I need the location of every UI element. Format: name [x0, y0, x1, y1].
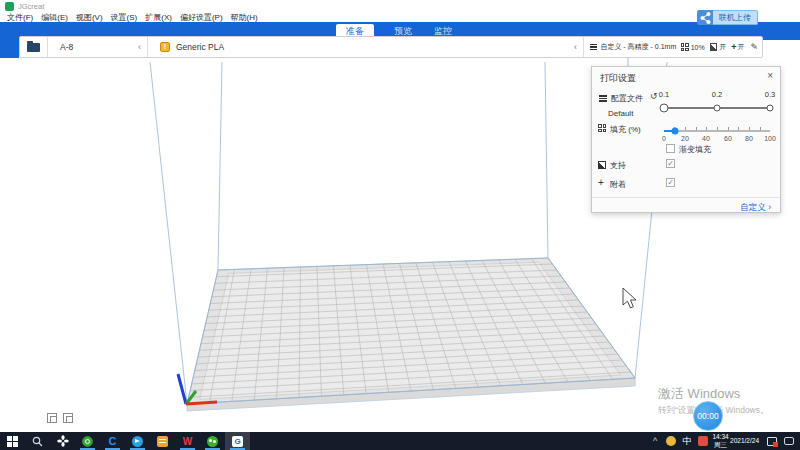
windows-logo-icon: [7, 436, 18, 447]
adhesion-checkbox[interactable]: ✓: [666, 178, 675, 187]
adhesion-label: 附着: [610, 179, 626, 190]
infill-slider-handle[interactable]: [672, 128, 679, 135]
yellow-app-icon: [157, 436, 168, 447]
printer-name: A-8: [60, 42, 73, 52]
app-logo-icon: [5, 2, 14, 11]
profile-slider-stop-03[interactable]: [767, 105, 774, 112]
titlebar: JGcreat 文件(F) 编辑(E) 视图(V) 设置(S) 扩展(X) 偏好…: [0, 0, 800, 22]
clock-date[interactable]: 14:34 周三 2021/2/24: [711, 433, 759, 449]
gradual-infill-label: 渐变填充: [679, 144, 711, 155]
tray-icon-yellow[interactable]: [666, 436, 676, 446]
infill-grid-icon: [598, 124, 606, 132]
w-app-icon: W: [183, 436, 192, 447]
profile-mark-02: 0.2: [712, 90, 722, 99]
network-upload-button[interactable]: 联机上传: [697, 10, 758, 25]
close-icon[interactable]: ×: [767, 70, 773, 81]
taskbar-app-pinwheel[interactable]: [50, 432, 75, 450]
infill-tick-40: 40: [702, 135, 710, 142]
search-icon: [32, 436, 43, 447]
infill-slider-track[interactable]: [664, 130, 770, 132]
infill-tick-60: 60: [724, 135, 732, 142]
taskbar-app-messenger[interactable]: [125, 432, 150, 450]
open-file-button[interactable]: [20, 37, 48, 57]
custom-settings-button[interactable]: 自定义 ›: [740, 202, 771, 214]
taskbar-app-yellow[interactable]: [150, 432, 175, 450]
infill-tick-mark: [728, 127, 729, 130]
panel-title: 打印设置: [600, 72, 636, 85]
z-axis: [178, 374, 186, 404]
action-center-icon[interactable]: [784, 437, 794, 445]
x-axis: [186, 402, 217, 404]
paper-plane-icon: [132, 436, 143, 447]
taskbar-time: 14:34 周三: [711, 433, 730, 449]
profile-slider-stop-02[interactable]: [714, 105, 721, 112]
support-icon: [710, 43, 718, 51]
print-settings-panel: 打印设置 × 配置文件 ↺ 0.1 0.2 0.3 Default 填充 (%)…: [591, 66, 781, 213]
model-cube-icon[interactable]: [63, 413, 73, 423]
reset-icon[interactable]: ↺: [650, 91, 658, 101]
start-button[interactable]: [0, 432, 25, 450]
jgcreat-app-icon: G: [232, 436, 243, 447]
notification-icon[interactable]: [767, 437, 777, 446]
mouse-cursor: [623, 288, 636, 308]
taskbar-app-wps[interactable]: W: [175, 432, 200, 450]
taskbar-date: 2021/2/24: [730, 437, 759, 445]
gradual-infill-checkbox[interactable]: [666, 144, 675, 153]
wechat-icon: [207, 436, 218, 447]
infill-tick-0: 0: [662, 135, 666, 142]
adhesion-icon: +: [598, 177, 604, 188]
infill-tick-20: 20: [681, 135, 689, 142]
support-label: 支持: [610, 160, 626, 171]
profile-slider-stop-01[interactable]: [660, 104, 669, 113]
ime-indicator[interactable]: 中: [679, 435, 695, 448]
toolbar-accent: [0, 36, 19, 58]
infill-tick-mark: [749, 127, 750, 130]
infill-label: 填充 (%): [610, 124, 641, 135]
config-toolbar: A-8 ‹ ! Generic PLA ‹ 自定义 - 高精度 - 0.1mm …: [19, 36, 763, 58]
infill-tick-mark: [706, 127, 707, 130]
taskbar-app-green[interactable]: [75, 432, 100, 450]
infill-tick-mark: [738, 127, 739, 130]
printer-selector[interactable]: A-8 ‹: [48, 37, 148, 57]
profile-mark-01: 0.1: [659, 90, 669, 99]
print-settings-summary[interactable]: 自定义 - 高精度 - 0.1mm 10% 开 + 开 ✎: [584, 37, 762, 57]
profile-layers-icon: [599, 95, 607, 102]
profile-layers-icon: [590, 44, 597, 51]
edit-pencil-icon: ✎: [750, 42, 758, 52]
green-app-icon: [82, 436, 93, 447]
infill-tick-mark: [696, 127, 697, 130]
taskbar-app-wechat[interactable]: [200, 432, 225, 450]
adhesion-icon: +: [731, 42, 736, 52]
c-app-icon: C: [109, 435, 117, 447]
search-button[interactable]: [25, 432, 50, 450]
support-state: 开: [719, 42, 726, 52]
material-spool-icon: !: [160, 42, 170, 52]
pinwheel-icon: [57, 435, 69, 447]
profile-subtitle: Default: [608, 109, 633, 118]
taskbar-app-c[interactable]: C: [100, 432, 125, 450]
profile-mark-03: 0.3: [765, 90, 775, 99]
infill-tick-mark: [717, 127, 718, 130]
profile-name: 自定义 - 高精度 - 0.1mm: [600, 42, 676, 52]
share-network-icon: [697, 10, 713, 25]
tray-icon-red[interactable]: [698, 436, 708, 446]
infill-tick-80: 80: [745, 135, 753, 142]
object-list-icon[interactable]: [47, 413, 57, 423]
folder-icon: [27, 43, 40, 52]
chevron-left-icon: ‹: [574, 42, 577, 52]
chevron-left-icon: ‹: [138, 42, 141, 52]
infill-tick-mark: [760, 127, 761, 130]
taskbar-app-jgcreat[interactable]: G: [225, 432, 250, 450]
infill-grid-icon: [681, 43, 688, 51]
profile-label: 配置文件: [611, 93, 643, 104]
tray-expand-button[interactable]: ^: [647, 436, 663, 446]
infill-tick-100: 100: [764, 135, 776, 142]
windows-taskbar: C W G ^ 中 14:34 周三 2021/2/24: [0, 432, 800, 450]
infill-tick-mark: [685, 127, 686, 130]
watermark-line1: 激活 Windows: [658, 385, 769, 403]
support-checkbox[interactable]: ✓: [666, 159, 675, 168]
material-name: Generic PLA: [176, 42, 224, 52]
print-time-badge: 00:00: [693, 401, 723, 431]
support-icon: [598, 161, 606, 169]
material-selector[interactable]: ! Generic PLA ‹: [148, 37, 584, 57]
